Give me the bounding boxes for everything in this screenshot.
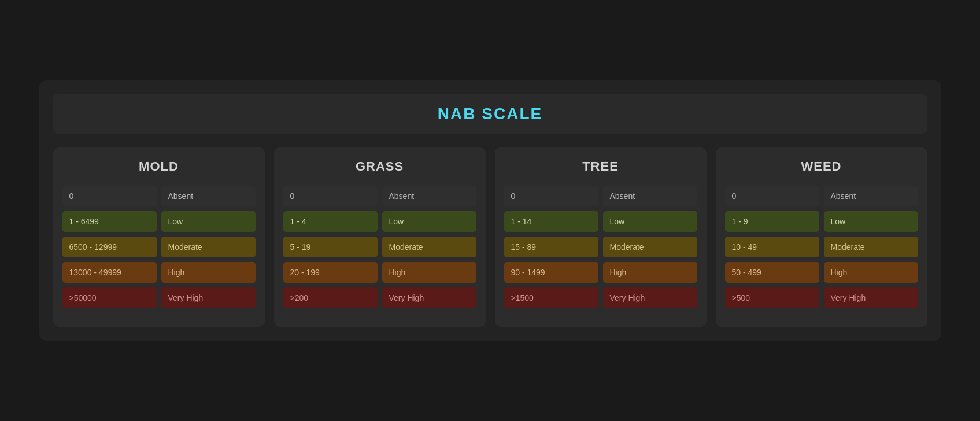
range-tree-low: 1 - 14: [504, 211, 598, 232]
card-mold: MOLD0Absent1 - 6499Low6500 - 12999Modera…: [53, 147, 265, 327]
label-mold-low: Low: [161, 211, 256, 232]
scale-row-mold-low: 1 - 6499Low: [62, 211, 256, 232]
range-tree-veryhigh: >1500: [504, 287, 598, 308]
range-grass-high: 20 - 199: [283, 262, 378, 283]
label-mold-absent: Absent: [161, 186, 256, 206]
range-weed-moderate: 10 - 49: [725, 237, 819, 257]
range-mold-veryhigh: >50000: [62, 287, 157, 308]
scale-row-grass-moderate: 5 - 19Moderate: [283, 237, 476, 257]
scale-row-mold-high: 13000 - 49999High: [62, 262, 256, 283]
scale-row-mold-moderate: 6500 - 12999Moderate: [62, 237, 256, 257]
range-weed-veryhigh: >500: [725, 287, 819, 308]
card-grass: GRASS0Absent1 - 4Low5 - 19Moderate20 - 1…: [274, 147, 486, 327]
scale-row-tree-moderate: 15 - 89Moderate: [504, 237, 697, 257]
scale-row-mold-absent: 0Absent: [62, 186, 256, 206]
scale-row-weed-moderate: 10 - 49Moderate: [725, 237, 918, 257]
label-weed-low: Low: [824, 211, 918, 232]
label-tree-high: High: [603, 262, 697, 283]
range-mold-high: 13000 - 49999: [62, 262, 157, 283]
label-grass-high: High: [382, 262, 476, 283]
card-title-tree: TREE: [504, 159, 697, 174]
label-grass-moderate: Moderate: [382, 237, 476, 257]
scale-row-tree-low: 1 - 14Low: [504, 211, 697, 232]
label-grass-absent: Absent: [382, 186, 476, 206]
cards-row: MOLD0Absent1 - 6499Low6500 - 12999Modera…: [53, 147, 927, 327]
label-grass-low: Low: [382, 211, 476, 232]
range-tree-absent: 0: [504, 186, 598, 206]
scale-row-grass-high: 20 - 199High: [283, 262, 476, 283]
label-weed-veryhigh: Very High: [824, 287, 918, 308]
scale-row-tree-high: 90 - 1499High: [504, 262, 697, 283]
card-tree: TREE0Absent1 - 14Low15 - 89Moderate90 - …: [495, 147, 707, 327]
label-tree-moderate: Moderate: [603, 237, 697, 257]
scale-row-tree-veryhigh: >1500Very High: [504, 287, 697, 308]
range-grass-moderate: 5 - 19: [283, 237, 378, 257]
scale-row-tree-absent: 0Absent: [504, 186, 697, 206]
scale-row-grass-absent: 0Absent: [283, 186, 476, 206]
label-mold-high: High: [161, 262, 256, 283]
scale-row-weed-high: 50 - 499High: [725, 262, 918, 283]
range-weed-high: 50 - 499: [725, 262, 819, 283]
range-weed-absent: 0: [725, 186, 819, 206]
page-title: NAB SCALE: [64, 105, 917, 123]
label-mold-moderate: Moderate: [161, 237, 256, 257]
card-title-mold: MOLD: [62, 159, 256, 174]
range-grass-low: 1 - 4: [283, 211, 378, 232]
label-weed-high: High: [824, 262, 918, 283]
range-tree-high: 90 - 1499: [504, 262, 598, 283]
range-grass-veryhigh: >200: [283, 287, 378, 308]
label-grass-veryhigh: Very High: [382, 287, 476, 308]
range-tree-moderate: 15 - 89: [504, 237, 598, 257]
label-tree-absent: Absent: [603, 186, 697, 206]
label-tree-veryhigh: Very High: [603, 287, 697, 308]
range-mold-moderate: 6500 - 12999: [62, 237, 157, 257]
scale-row-weed-absent: 0Absent: [725, 186, 918, 206]
range-mold-absent: 0: [62, 186, 157, 206]
range-grass-absent: 0: [283, 186, 378, 206]
label-weed-moderate: Moderate: [824, 237, 918, 257]
scale-row-grass-low: 1 - 4Low: [283, 211, 476, 232]
card-weed: WEED0Absent1 - 9Low10 - 49Moderate50 - 4…: [716, 147, 927, 327]
card-title-weed: WEED: [725, 159, 918, 174]
label-tree-low: Low: [603, 211, 697, 232]
label-weed-absent: Absent: [824, 186, 918, 206]
title-bar: NAB SCALE: [53, 94, 927, 134]
scale-row-mold-veryhigh: >50000Very High: [62, 287, 256, 308]
scale-row-grass-veryhigh: >200Very High: [283, 287, 476, 308]
label-mold-veryhigh: Very High: [161, 287, 256, 308]
range-weed-low: 1 - 9: [725, 211, 819, 232]
scale-row-weed-low: 1 - 9Low: [725, 211, 918, 232]
range-mold-low: 1 - 6499: [62, 211, 157, 232]
scale-row-weed-veryhigh: >500Very High: [725, 287, 918, 308]
card-title-grass: GRASS: [283, 159, 476, 174]
outer-container: NAB SCALE MOLD0Absent1 - 6499Low6500 - 1…: [39, 80, 941, 341]
